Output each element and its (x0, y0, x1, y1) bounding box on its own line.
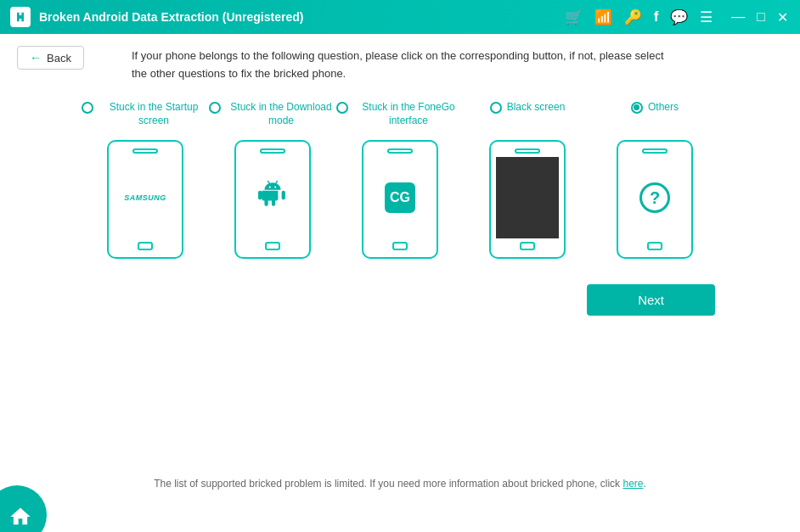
option-fonego-label: Stuck in the FoneGo interface (353, 100, 464, 129)
titlebar-left: Broken Android Data Extraction (Unregist… (10, 7, 303, 27)
win-controls: — □ ✕ (730, 9, 790, 25)
phone-home-4 (520, 242, 535, 250)
option-startup-label: Stuck in the Startup screen (99, 100, 209, 129)
phone-notch-3 (387, 148, 413, 154)
phone-startup-container: SAMSUNG (82, 140, 209, 259)
option-black-radio-row: Black screen (464, 100, 591, 115)
phone-startup: SAMSUNG (107, 140, 183, 259)
chat-icon[interactable]: 💬 (670, 8, 688, 26)
option-download-label: Stuck in the Download mode (226, 100, 336, 129)
phone-notch-1 (132, 148, 158, 154)
footer-link[interactable]: here (623, 478, 643, 490)
phone-fonego: CG (362, 140, 438, 259)
phone-home-3 (392, 242, 408, 250)
phones-row: SAMSUNG (0, 140, 800, 259)
option-fonego[interactable]: Stuck in the FoneGo interface (336, 100, 464, 129)
back-label: Back (47, 52, 71, 64)
footer-text-before: The list of supported bricked problem is… (154, 478, 623, 490)
phone-notch-4 (515, 148, 540, 154)
phone-home-5 (647, 242, 662, 250)
radio-download[interactable] (209, 102, 221, 114)
phone-screen-5: ? (623, 157, 686, 238)
radio-black[interactable] (490, 102, 502, 114)
phone-others: ? (617, 140, 693, 259)
phone-home-1 (138, 242, 153, 250)
menu-icon[interactable]: ☰ (700, 8, 713, 26)
next-button[interactable]: Next (587, 284, 715, 316)
wifi-icon[interactable]: 📶 (594, 8, 612, 26)
home-circle[interactable] (0, 485, 47, 532)
phone-others-container: ? (591, 140, 718, 259)
minimize-button[interactable]: — (730, 9, 746, 25)
option-download[interactable]: Stuck in the Download mode (209, 100, 336, 129)
phone-black-container (464, 140, 591, 259)
phone-screen-2 (241, 157, 304, 238)
options-row: Stuck in the Startup screen Stuck in the… (0, 100, 800, 129)
option-startup[interactable]: Stuck in the Startup screen (82, 100, 209, 129)
option-others[interactable]: Others (591, 100, 718, 115)
maximize-button[interactable]: □ (755, 9, 767, 25)
phone-black (489, 140, 566, 259)
samsung-logo: SAMSUNG (124, 193, 166, 202)
radio-startup[interactable] (82, 102, 93, 114)
option-black-label: Black screen (507, 100, 566, 115)
footer-text-after: . (643, 478, 645, 490)
close-button[interactable]: ✕ (775, 9, 790, 25)
option-others-radio-row: Others (591, 100, 718, 115)
option-black[interactable]: Black screen (464, 100, 591, 115)
phone-download-container (209, 140, 336, 259)
titlebar: Broken Android Data Extraction (Unregist… (0, 0, 800, 34)
option-startup-radio-row: Stuck in the Startup screen (82, 100, 209, 129)
phone-screen-3: CG (369, 157, 431, 238)
footer: The list of supported bricked problem is… (0, 478, 800, 490)
phone-screen-1: SAMSUNG (114, 157, 177, 238)
phone-screen-4-black (496, 157, 559, 238)
option-download-radio-row: Stuck in the Download mode (209, 100, 336, 129)
next-button-row: Next (0, 284, 800, 316)
back-arrow-icon: ← (30, 51, 42, 64)
phone-notch-5 (642, 148, 668, 154)
cart-icon[interactable]: 🛒 (565, 8, 583, 26)
back-button[interactable]: ← Back (17, 46, 84, 70)
phone-fonego-container: CG (336, 140, 464, 259)
option-others-label: Others (648, 100, 679, 115)
phone-home-2 (265, 242, 280, 250)
app-title: Broken Android Data Extraction (Unregist… (39, 10, 303, 24)
app-icon (10, 7, 31, 27)
main-content: ← Back If your phone belongs to the foll… (0, 34, 800, 532)
home-icon (8, 505, 32, 529)
phone-download (234, 140, 311, 259)
option-fonego-radio-row: Stuck in the FoneGo interface (336, 100, 464, 129)
cg-logo: CG (385, 182, 415, 213)
radio-fonego[interactable] (336, 102, 348, 114)
android-icon (258, 181, 287, 216)
question-mark-icon: ? (639, 182, 670, 213)
radio-others[interactable] (631, 102, 643, 114)
phone-notch-2 (260, 148, 285, 154)
titlebar-right: 🛒 📶 🔑 f 💬 ☰ — □ ✕ (565, 8, 790, 26)
key-icon[interactable]: 🔑 (624, 8, 642, 26)
description-text: If your phone belongs to the following q… (132, 48, 668, 83)
facebook-icon[interactable]: f (654, 8, 659, 25)
